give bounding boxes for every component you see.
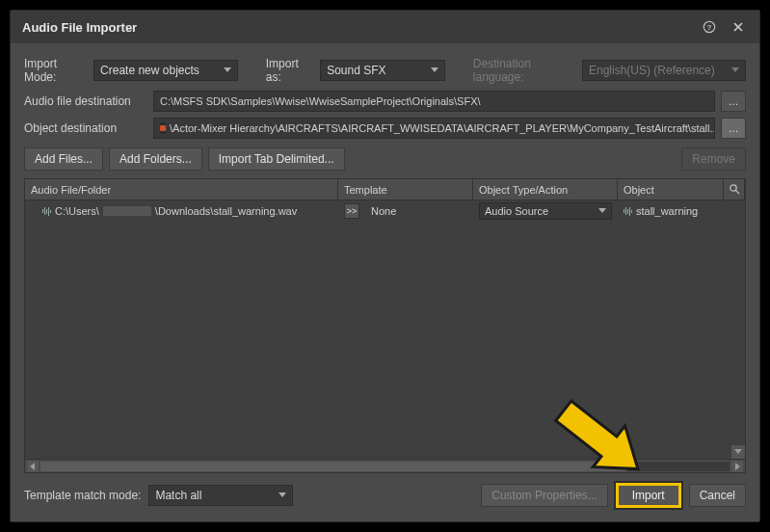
audio-file-dest-field[interactable]: C:\MSFS SDK\Samples\Wwise\WwiseSamplePro… (153, 91, 715, 112)
audio-source-icon (624, 206, 632, 216)
template-match-value: Match all (155, 489, 201, 502)
expand-button[interactable]: >> (344, 203, 359, 219)
audio-file-dest-row: Audio file destination C:\MSFS SDK\Sampl… (24, 88, 746, 115)
file-path-prefix: C:\Users\ (55, 205, 99, 217)
action-button-row: Add Files... Add Folders... Import Tab D… (24, 142, 746, 176)
cell-file: C:\Users\\Downloads\stall_warning.wav (25, 205, 338, 217)
object-name: stall_warning (636, 205, 698, 217)
dest-language-dropdown: English(US) (Reference) (582, 60, 746, 81)
audio-file-importer-window: Audio File Importer ? Import Mode: Creat… (10, 10, 760, 522)
dest-language-label: Destination language: (473, 57, 574, 84)
import-as-dropdown[interactable]: Sound SFX (320, 60, 445, 81)
svg-text:?: ? (707, 23, 712, 32)
import-tab-label: Import Tab Delimited... (219, 152, 334, 166)
table-row[interactable]: C:\Users\\Downloads\stall_warning.wav >>… (25, 200, 745, 222)
table-body: C:\Users\\Downloads\stall_warning.wav >>… (25, 200, 745, 459)
dest-language-value: English(US) (Reference) (589, 64, 715, 77)
import-tab-delimited-button[interactable]: Import Tab Delimited... (208, 147, 345, 171)
scroll-down-button[interactable] (731, 445, 745, 459)
scroll-left-button[interactable] (27, 461, 39, 472)
audio-file-dest-path: C:\MSFS SDK\Samples\Wwise\WwiseSamplePro… (160, 95, 481, 107)
import-mode-dropdown[interactable]: Create new objects (93, 60, 238, 81)
chevron-down-icon (279, 492, 286, 498)
cell-type[interactable]: Audio Source (473, 202, 618, 220)
template-match-dropdown[interactable]: Match all (148, 485, 293, 506)
object-dest-browse-button[interactable]: … (721, 118, 746, 139)
add-files-label: Add Files... (35, 152, 93, 166)
scroll-right-button[interactable] (731, 461, 743, 472)
footer-row: Template match mode: Match all Custom Pr… (24, 473, 746, 508)
cancel-label: Cancel (700, 489, 735, 502)
import-mode-label: Import Mode: (24, 57, 86, 84)
audio-file-dest-browse-button[interactable]: … (721, 91, 746, 112)
col-header-type[interactable]: Object Type/Action (473, 179, 618, 200)
audio-file-dest-label: Audio file destination (24, 94, 147, 108)
horizontal-scrollbar[interactable] (25, 459, 745, 472)
svg-point-2 (730, 184, 735, 190)
cell-template[interactable]: None (365, 205, 473, 217)
add-files-button[interactable]: Add Files... (24, 147, 103, 171)
custom-properties-label: Custom Properties... (491, 489, 597, 502)
file-path-suffix: \Downloads\stall_warning.wav (155, 205, 297, 217)
custom-properties-button[interactable]: Custom Properties... (481, 484, 607, 507)
chevron-down-icon (731, 67, 739, 73)
titlebar: Audio File Importer ? (11, 11, 759, 43)
help-icon[interactable]: ? (700, 17, 719, 37)
col-header-template[interactable]: Template (338, 179, 473, 200)
object-type-value: Audio Source (485, 205, 548, 217)
cell-expand[interactable]: >> (338, 203, 365, 219)
import-label: Import (632, 489, 665, 502)
window-title: Audio File Importer (22, 20, 137, 35)
ellipsis-icon: … (729, 122, 739, 134)
object-dest-row: Object destination \Actor-Mixer Hierarch… (24, 115, 746, 142)
import-mode-value: Create new objects (100, 64, 199, 77)
cancel-button[interactable]: Cancel (689, 484, 746, 507)
object-type-dropdown[interactable]: Audio Source (479, 202, 612, 220)
scrollbar-track[interactable] (40, 462, 730, 471)
search-icon (729, 183, 740, 197)
audio-file-icon (42, 206, 51, 216)
add-folders-button[interactable]: Add Folders... (109, 147, 202, 171)
object-dest-label: Object destination (24, 121, 147, 135)
chevron-right-icon: >> (347, 206, 358, 216)
ellipsis-icon: … (729, 95, 739, 107)
close-icon[interactable] (729, 17, 748, 37)
svg-line-3 (735, 190, 739, 194)
import-as-value: Sound SFX (327, 64, 385, 77)
remove-button: Remove (681, 147, 746, 171)
col-header-search[interactable] (724, 179, 745, 200)
col-header-object[interactable]: Object (618, 179, 724, 200)
table-header: Audio File/Folder Template Object Type/A… (25, 179, 745, 200)
chevron-down-icon (431, 67, 438, 73)
cell-object[interactable]: stall_warning (618, 205, 745, 217)
chevron-down-icon (224, 67, 231, 73)
import-as-label: Import as: (266, 57, 312, 84)
import-button[interactable]: Import (616, 483, 681, 508)
add-folders-label: Add Folders... (119, 152, 192, 166)
template-match-label: Template match mode: (24, 489, 141, 502)
remove-label: Remove (692, 152, 735, 166)
redacted-segment (103, 206, 151, 216)
object-dest-path: \Actor-Mixer Hierarchy\AIRCRAFTS\AIRCRAF… (170, 122, 715, 134)
top-options-row: Import Mode: Create new objects Import a… (24, 53, 746, 88)
import-table: Audio File/Folder Template Object Type/A… (24, 178, 746, 473)
scrollbar-thumb[interactable] (40, 462, 626, 471)
chevron-down-icon (598, 208, 606, 214)
object-dest-field[interactable]: \Actor-Mixer Hierarchy\AIRCRAFTS\AIRCRAF… (153, 118, 715, 139)
col-header-file[interactable]: Audio File/Folder (25, 179, 338, 200)
actor-mixer-icon (160, 122, 166, 134)
